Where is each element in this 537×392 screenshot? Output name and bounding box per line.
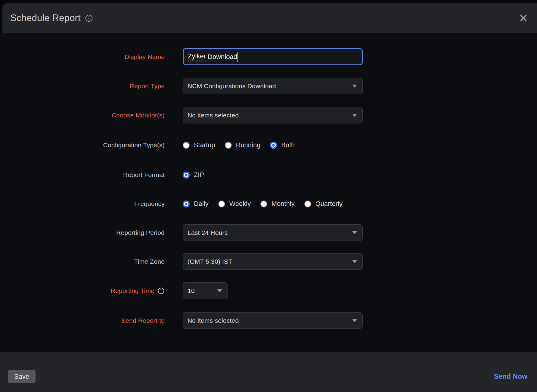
radio-unselected-icon	[183, 142, 190, 149]
radio-weekly-label: Weekly	[229, 200, 251, 208]
save-button[interactable]: Save	[8, 370, 36, 383]
display-name-label: Display Name	[0, 53, 165, 61]
radio-monthly[interactable]: Monthly	[260, 200, 295, 208]
footer-actions: Save Send Now	[0, 361, 537, 392]
radio-unselected-icon	[225, 142, 232, 149]
reporting-period-dropdown[interactable]: Last 24 Hours	[183, 224, 363, 241]
display-name-row: Display Name Zylker Download	[0, 48, 537, 65]
choose-monitors-value: No items selected	[188, 112, 239, 119]
radio-unselected-icon	[304, 201, 311, 207]
time-zone-row: Time Zone (GMT 5:30) IST	[0, 253, 537, 270]
radio-quarterly-label: Quarterly	[315, 200, 343, 208]
chevron-down-icon	[352, 231, 357, 234]
chevron-down-icon	[352, 114, 357, 117]
chevron-down-icon	[352, 85, 357, 88]
send-report-to-label: Send Report to	[0, 317, 165, 324]
reporting-period-row: Reporting Period Last 24 Hours	[0, 224, 537, 241]
schedule-report-dialog: Schedule Report Display Name Zylker Down…	[0, 0, 537, 392]
chevron-down-icon	[352, 260, 357, 263]
reporting-time-row: Reporting Time 10	[0, 282, 537, 299]
radio-weekly[interactable]: Weekly	[218, 200, 251, 208]
report-type-dropdown[interactable]: NCM Configurations Download	[183, 78, 363, 94]
report-type-value: NCM Configurations Download	[188, 82, 276, 90]
close-icon[interactable]	[519, 14, 528, 23]
radio-quarterly[interactable]: Quarterly	[304, 200, 343, 208]
report-format-row: Report Format ZIP	[0, 170, 537, 179]
dialog-title: Schedule Report	[10, 13, 81, 23]
reporting-time-label: Reporting Time	[111, 287, 154, 294]
radio-running[interactable]: Running	[225, 142, 261, 149]
dialog-footer: Save Send Now	[0, 352, 537, 392]
radio-daily-label: Daily	[194, 200, 209, 208]
reporting-time-dropdown[interactable]: 10	[183, 282, 228, 299]
send-report-to-row: Send Report to No items selected	[0, 312, 537, 329]
radio-both[interactable]: Both	[270, 142, 295, 149]
radio-startup-label: Startup	[194, 142, 215, 149]
radio-startup[interactable]: Startup	[183, 142, 215, 149]
radio-selected-icon	[270, 142, 277, 149]
choose-monitors-label: Choose Monitor(s)	[0, 112, 165, 119]
radio-monthly-label: Monthly	[272, 200, 295, 208]
radio-unselected-icon	[218, 201, 225, 207]
configuration-types-row: Configuration Type(s) Startup Running Bo…	[0, 141, 537, 150]
configuration-types-label: Configuration Type(s)	[0, 142, 165, 149]
time-zone-dropdown[interactable]: (GMT 5:30) IST	[183, 253, 363, 270]
display-name-value-rest: Download	[206, 53, 237, 61]
radio-zip[interactable]: ZIP	[183, 171, 204, 179]
frequency-row: Frequency Daily Weekly Monthly Quarterly	[0, 199, 537, 208]
radio-daily[interactable]: Daily	[183, 200, 209, 208]
display-name-input[interactable]: Zylker Download	[183, 48, 363, 65]
reporting-period-value: Last 24 Hours	[188, 229, 228, 236]
time-zone-label: Time Zone	[0, 258, 165, 265]
radio-zip-label: ZIP	[194, 171, 204, 179]
reporting-time-label-wrap: Reporting Time	[0, 287, 165, 294]
radio-selected-icon	[183, 172, 190, 179]
radio-running-label: Running	[236, 142, 261, 149]
reporting-time-info-icon[interactable]	[157, 287, 165, 294]
radio-both-label: Both	[281, 142, 295, 149]
choose-monitors-row: Choose Monitor(s) No items selected	[0, 107, 537, 123]
chevron-down-icon	[217, 289, 222, 292]
choose-monitors-dropdown[interactable]: No items selected	[183, 107, 363, 123]
report-type-row: Report Type NCM Configurations Download	[0, 78, 537, 94]
reporting-period-label: Reporting Period	[0, 229, 165, 236]
send-now-link[interactable]: Send Now	[494, 372, 527, 381]
radio-unselected-icon	[260, 201, 267, 207]
dialog-header: Schedule Report	[2, 3, 537, 33]
report-format-label: Report Format	[0, 171, 165, 179]
frequency-label: Frequency	[0, 200, 165, 207]
chevron-down-icon	[352, 319, 357, 322]
display-name-value-misspelled: Zylker	[188, 52, 206, 61]
report-type-label: Report Type	[0, 82, 165, 90]
title-info-icon[interactable]	[85, 14, 93, 22]
text-cursor	[237, 52, 238, 62]
send-report-to-dropdown[interactable]: No items selected	[183, 312, 363, 329]
dialog-body: Display Name Zylker Download Report Type…	[0, 33, 537, 352]
time-zone-value: (GMT 5:30) IST	[188, 258, 232, 265]
send-report-to-value: No items selected	[188, 317, 239, 324]
reporting-time-value: 10	[188, 287, 195, 294]
radio-selected-icon	[183, 201, 190, 207]
